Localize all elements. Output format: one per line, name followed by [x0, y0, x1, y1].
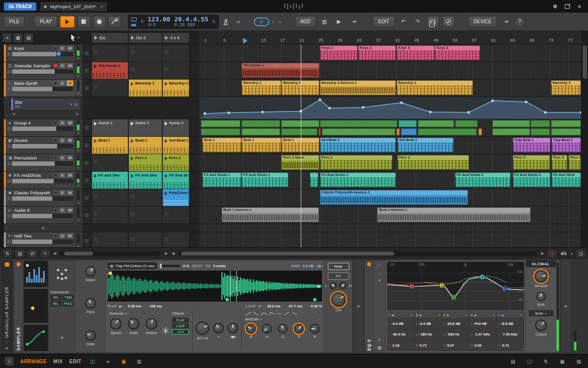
volume-slider[interactable] [12, 144, 73, 148]
clip-launcher-slot[interactable] [163, 232, 189, 247]
loop-end-handle[interactable] [313, 298, 316, 301]
clip-stop-button[interactable] [82, 189, 91, 206]
io-panel-icon[interactable]: ⇅ [542, 357, 550, 365]
knob-motion[interactable] [146, 318, 157, 330]
band-q-row[interactable]: ◇1.16 [387, 340, 414, 351]
arranger-timeline[interactable]: Keys 1Keys 2Keys 3Keys 3Tek Kords 1BassA… [200, 45, 581, 247]
clip-launcher-clip[interactable]: Perc 2 [163, 154, 189, 171]
envelope-shape-icon[interactable] [245, 311, 251, 316]
solo-button[interactable]: S [59, 173, 65, 178]
add-modulator-slot[interactable]: + [48, 324, 76, 352]
scroll-swap-icon[interactable]: ⇄ [28, 250, 37, 257]
arranger-clip[interactable]: Perc 5 [569, 155, 580, 170]
arranger-clip[interactable]: Classic Polysynth-bounce-1 [320, 190, 468, 205]
clip-stop-button[interactable] [82, 232, 91, 247]
arranger-lane[interactable]: Tek Kords 1 [200, 62, 581, 80]
knob-grain[interactable] [128, 318, 139, 330]
record-arm-button[interactable] [53, 156, 58, 160]
offset-toggle-play[interactable]: PLAY [172, 318, 189, 323]
sample-play-icon[interactable]: ▶ [318, 284, 321, 288]
arranger-lane[interactable]: Keys 1Keys 2Keys 3Keys 3 [200, 45, 581, 62]
xy-dot[interactable] [31, 306, 34, 310]
playhead-marker[interactable] [243, 38, 248, 44]
arranger-scrollbar-handle[interactable] [181, 252, 394, 256]
expression-timb-toggle[interactable]: TIMB [62, 295, 74, 300]
clip-launcher-clip[interactable]: Scene 2 [129, 119, 162, 136]
mute-button[interactable]: M [67, 138, 73, 143]
zoom-sample-icon[interactable]: ◀▶ [316, 264, 322, 268]
arranger-clip[interactable]: BassArp 2-bounce-1 [320, 80, 396, 95]
eq5-power-button[interactable] [367, 262, 371, 266]
expression-vel-toggle[interactable]: VEL [50, 295, 62, 300]
pan-left-knob[interactable] [330, 282, 337, 289]
track-header[interactable]: ◈FX AndShotsSM≡ [4, 172, 82, 189]
xy-modulator-pad[interactable] [23, 288, 48, 323]
clip-launcher-clip[interactable]: BassArp 2 [163, 80, 189, 96]
track-header[interactable]: ◫Granular SamplerSM≡ [4, 62, 82, 80]
solo-button[interactable]: S [59, 208, 65, 213]
arranger-lane[interactable]: BassArp 1BassArp 1BassArp 2-bounce-1Bass… [200, 80, 581, 97]
play-mode-icon[interactable]: ▶ [119, 304, 122, 308]
band-q-row[interactable]: ◇0.71 [414, 340, 441, 351]
glide-knob[interactable] [85, 330, 96, 341]
arranger-scrollbar[interactable] [178, 251, 537, 256]
arranger-clip[interactable]: Keys 3 [435, 46, 480, 60]
ahdsr-label[interactable]: AHDSR [245, 317, 259, 321]
add-modulator-icon[interactable]: + [378, 278, 381, 283]
quantize-icon[interactable]: ▥ [319, 18, 330, 25]
solo-button[interactable]: S [59, 155, 65, 160]
expression-rel-toggle[interactable]: REL [50, 301, 62, 306]
follow-playhead-icon[interactable]: » [548, 250, 557, 257]
track-header[interactable]: ▦DrumsSM≡ [4, 137, 82, 154]
add-track-button[interactable]: + [4, 224, 82, 232]
track-menu-icon[interactable]: ≡ [77, 131, 79, 135]
scene-launch-button[interactable]: 4 x 4 [163, 33, 189, 43]
mute-button[interactable]: M [67, 63, 73, 68]
loop-length-value[interactable]: 67.7 ms [289, 304, 303, 308]
io-grid-icon[interactable]: ▦ [377, 345, 382, 350]
play-length-value[interactable]: 106 ms [150, 304, 162, 308]
grid-view-icon[interactable]: ▦ [14, 33, 22, 42]
arranger-ruler[interactable]: 1591317212529333741454953576165697377 [200, 31, 581, 44]
stretch-value[interactable]: 0 % [183, 264, 189, 268]
clip-launcher-slot[interactable] [129, 207, 162, 224]
clip-launcher-clip[interactable]: 4x4 Beat 1 [163, 137, 189, 154]
vertical-scrollbar-handle[interactable] [583, 46, 587, 79]
arranger-lane[interactable] [200, 232, 581, 247]
arranger-clip[interactable]: Keys 2 [358, 46, 396, 60]
view-tab-arrange[interactable]: ARRANGE [20, 359, 46, 364]
arranger-lane[interactable]: Beat 1-bounce-1Beat 1-bounce-1 [200, 207, 581, 224]
env-knob-h[interactable] [262, 324, 272, 334]
arranger-clip[interactable]: Perc 2 [320, 155, 392, 170]
cents-value[interactable]: 0 cents [213, 264, 226, 268]
volume-slider[interactable] [12, 69, 73, 74]
record-arm-button[interactable] [53, 191, 58, 195]
track-header[interactable]: ▤KeysSM≡ [4, 45, 82, 62]
track-menu-icon[interactable]: ≡ [77, 166, 79, 170]
band-freq-row[interactable]: ↔289 Hz [414, 329, 441, 340]
project-tab[interactable]: ▶ MyProject_16T_2020* × [40, 2, 107, 11]
track-header[interactable]: ↩Hall TwoSM≡ [4, 232, 82, 247]
mixer-strip-icon[interactable]: ▥ [135, 357, 143, 365]
expand-view-icon[interactable]: ◳ [576, 250, 585, 257]
scene-launch-button[interactable]: Go 2 [129, 33, 162, 43]
project-tab-close-icon[interactable]: × [101, 4, 104, 9]
rail-swap-icon[interactable]: ⇄ [5, 346, 9, 351]
band-gain-row[interactable]: ↕-6.8 dB [496, 319, 524, 329]
stop-button[interactable] [77, 16, 90, 28]
arranger-clip[interactable]: Perc 2 [398, 155, 469, 170]
arranger-clip[interactable]: Perc 4 [552, 155, 567, 170]
note-fx-tab[interactable]: Note [328, 263, 349, 270]
clip-stop-button[interactable] [82, 62, 91, 79]
filter-freq-value[interactable]: 807 Hz [197, 336, 208, 340]
mute-button[interactable]: M [67, 190, 73, 195]
band-gain-row[interactable]: ↕-16.6 dB [442, 319, 469, 329]
eq-band-2[interactable]: 2◆▾↕-3.4 dB↔289 Hz◇0.71 [414, 311, 442, 351]
mute-button[interactable]: M [67, 120, 73, 126]
mute-button[interactable]: M [67, 208, 73, 213]
play-start-value[interactable]: 0.00 ms [128, 304, 141, 308]
arranger-lane[interactable]: Classic Polysynth-bounce-1 [200, 189, 581, 207]
automation-curve[interactable] [200, 97, 581, 119]
continue-icon[interactable]: ⇥ [348, 18, 359, 25]
clip-launcher-clip[interactable]: Beat 1 [129, 137, 162, 154]
